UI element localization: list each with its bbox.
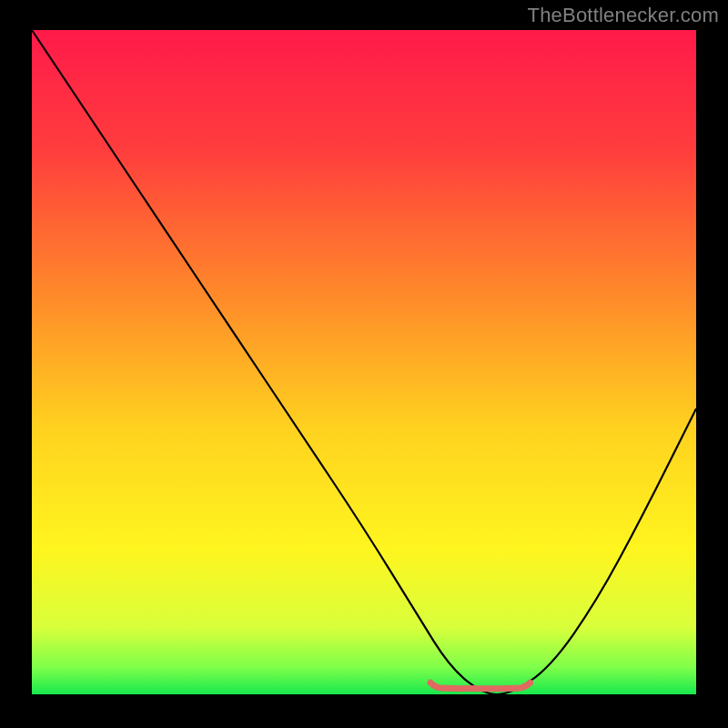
- plot-background: [32, 30, 696, 694]
- chart-frame: TheBottlenecker.com: [0, 0, 728, 728]
- bottleneck-chart: [0, 0, 728, 728]
